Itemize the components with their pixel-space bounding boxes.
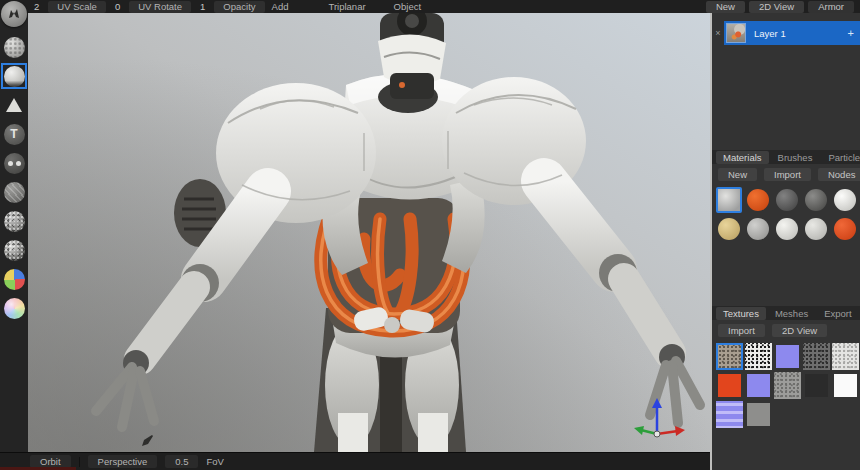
- materials-buttons: New Import Nodes: [712, 164, 860, 184]
- material-swatch-beige[interactable]: [716, 216, 742, 242]
- layers-panel: × Layer 1 +: [712, 21, 860, 45]
- texture-thumbnail-near-black[interactable]: [803, 372, 830, 399]
- texture-thumbnail-speckle-bw[interactable]: [745, 343, 772, 370]
- logo-swirl: [6, 6, 22, 22]
- tool-particle[interactable]: [1, 237, 27, 263]
- pen-cursor-icon: [140, 434, 154, 448]
- layer-row[interactable]: Layer 1 +: [724, 21, 860, 45]
- textures-tab-bar: Textures Meshes Export Viewport: [712, 306, 860, 320]
- material-swatch-gray[interactable]: [716, 187, 742, 213]
- material-swatch-orange[interactable]: [745, 187, 771, 213]
- triplanar-toggle[interactable]: Triplanar: [328, 1, 365, 12]
- material-swatch-off-white[interactable]: [803, 216, 829, 242]
- texture-thumbnail-grunge-gray[interactable]: [774, 372, 801, 399]
- smudge-tool-icon: [4, 211, 25, 232]
- fov-value-field[interactable]: 0.5: [165, 455, 198, 468]
- view-2d-button[interactable]: 2D View: [749, 1, 804, 13]
- tool-brush[interactable]: [1, 34, 27, 60]
- texture-2dview-button[interactable]: 2D View: [772, 324, 827, 337]
- tool-blur[interactable]: [1, 179, 27, 205]
- fov-label: FoV: [206, 456, 223, 467]
- viewport-canvas[interactable]: [28, 13, 710, 452]
- colorid-tool-icon: [4, 269, 25, 290]
- tool-eraser[interactable]: [1, 63, 27, 89]
- picker-tool-icon: [4, 298, 25, 319]
- project-tab-armor[interactable]: Armor: [808, 1, 854, 13]
- tab-particles[interactable]: Particles: [821, 151, 860, 164]
- eraser-tool-icon: [4, 66, 25, 87]
- top-toolbar: 2 UV Scale 0 UV Rotate 1 Opacity Add Tri…: [0, 0, 860, 13]
- tool-clone[interactable]: [1, 150, 27, 176]
- blend-mode-select[interactable]: Add: [272, 1, 289, 12]
- right-panel: × Layer 1 + Materials Brushes Particles …: [710, 13, 860, 470]
- tab-materials[interactable]: Materials: [716, 151, 769, 164]
- material-swatch-white[interactable]: [832, 187, 858, 213]
- tool-fill[interactable]: [1, 92, 27, 118]
- robot-model-render: [28, 13, 710, 452]
- tab-meshes[interactable]: Meshes: [768, 307, 815, 320]
- layer-delete-icon[interactable]: ×: [712, 28, 724, 38]
- textures-buttons: Import 2D View: [712, 320, 860, 340]
- clone-tool-icon: [4, 153, 25, 174]
- tool-picker[interactable]: [1, 295, 27, 321]
- materials-tab-bar: Materials Brushes Particles: [712, 150, 860, 164]
- object-select[interactable]: Object: [394, 1, 421, 12]
- texture-thumbnail-noise-light[interactable]: [832, 343, 859, 370]
- layer-name: Layer 1: [754, 28, 840, 39]
- tool-colorid[interactable]: [1, 266, 27, 292]
- tab-textures[interactable]: Textures: [716, 307, 766, 320]
- projection-select[interactable]: Perspective: [88, 455, 158, 468]
- statusbar-divider: [79, 457, 80, 467]
- texture-thumbnail-flat-normal[interactable]: [774, 343, 801, 370]
- text-tool-icon: T: [4, 124, 25, 145]
- opacity-value[interactable]: 1: [198, 1, 207, 12]
- tool-text[interactable]: T: [1, 121, 27, 147]
- texture-thumbnail-white[interactable]: [832, 372, 859, 399]
- texture-import-button[interactable]: Import: [718, 324, 765, 337]
- opacity-field[interactable]: Opacity: [214, 1, 264, 13]
- material-swatch-graphite[interactable]: [803, 187, 829, 213]
- new-project-button[interactable]: New: [706, 1, 745, 13]
- header-right: New 2D View Armor: [706, 1, 860, 13]
- particle-tool-icon: [4, 240, 25, 261]
- armorpaint-window: 2 UV Scale 0 UV Rotate 1 Opacity Add Tri…: [0, 0, 860, 470]
- uv-scale-value[interactable]: 2: [32, 1, 41, 12]
- fill-tool-icon: [4, 95, 25, 116]
- tool-list: T: [0, 13, 28, 452]
- texture-thumbnail-mid-gray[interactable]: [745, 401, 772, 428]
- status-bar: Orbit Perspective 0.5 FoV: [0, 452, 710, 470]
- material-swatch-pearl[interactable]: [774, 216, 800, 242]
- texture-thumbnail-normal-stripes[interactable]: [716, 401, 743, 428]
- axis-gizmo[interactable]: [628, 394, 686, 442]
- texture-thumbnail-noise-dark[interactable]: [803, 343, 830, 370]
- armorpaint-logo-icon[interactable]: [1, 1, 27, 27]
- tab-brushes[interactable]: Brushes: [771, 151, 820, 164]
- uv-rotate-value[interactable]: 0: [113, 1, 122, 12]
- texture-thumbnail-orange-red[interactable]: [716, 372, 743, 399]
- blur-tool-icon: [4, 182, 25, 203]
- material-swatch-grid: [712, 184, 860, 242]
- material-nodes-button[interactable]: Nodes: [818, 168, 860, 181]
- tool-smudge[interactable]: [1, 208, 27, 234]
- material-swatch-red-orange[interactable]: [832, 216, 858, 242]
- material-new-button[interactable]: New: [718, 168, 757, 181]
- texture-thumbnail-grid: [712, 340, 860, 428]
- layer-add-icon[interactable]: +: [848, 27, 856, 39]
- texture-thumbnail-purple[interactable]: [745, 372, 772, 399]
- material-import-button[interactable]: Import: [764, 168, 811, 181]
- layer-thumbnail: [726, 23, 746, 43]
- brush-tool-icon: [4, 37, 25, 58]
- material-swatch-silver[interactable]: [745, 216, 771, 242]
- tab-export[interactable]: Export: [817, 307, 858, 320]
- material-swatch-dark-gray[interactable]: [774, 187, 800, 213]
- uv-rotate-field[interactable]: UV Rotate: [129, 1, 191, 13]
- uv-scale-field[interactable]: UV Scale: [48, 1, 106, 13]
- texture-thumbnail-grunge-brown[interactable]: [716, 343, 743, 370]
